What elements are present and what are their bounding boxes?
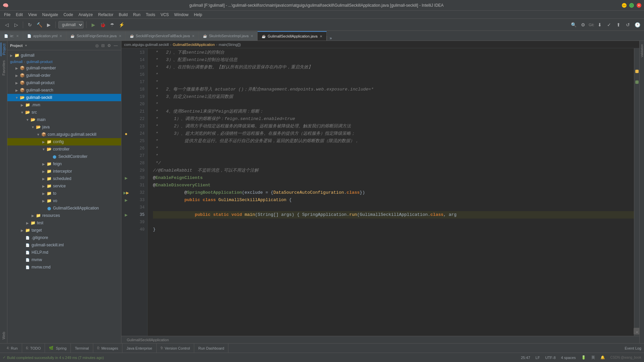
tab-seckill-feign[interactable]: ☕ SeckillFeignService.java ✕: [66, 31, 125, 41]
tree-item-seckill-controller[interactable]: ▶ ⬤ SeckillController: [7, 153, 121, 160]
tab-close-feign-fb[interactable]: ✕: [192, 34, 195, 38]
activity-web[interactable]: Web: [1, 330, 6, 341]
menu-analyze[interactable]: Analyze: [76, 12, 96, 18]
tree-item-main[interactable]: ▼ 📂 main: [7, 116, 121, 123]
git-revert-button[interactable]: ↺: [624, 21, 632, 29]
tree-item-iml[interactable]: ▶ 📄 gulimall-seckill.iml: [7, 241, 121, 249]
coverage-button[interactable]: ☂: [108, 21, 116, 29]
margin-mark-1[interactable]: [635, 70, 639, 73]
search-everywhere-button[interactable]: 🔍: [570, 21, 578, 29]
tab-overflow-button[interactable]: »: [327, 36, 335, 41]
tab-ie[interactable]: 📄 ie: ✕: [0, 31, 23, 41]
tab-close-app[interactable]: ✕: [320, 35, 322, 38]
tree-item-vo[interactable]: ▶ 📁 vo: [7, 197, 121, 204]
tree-item-seckill[interactable]: ▼ 📂 gulimall-seckill: [7, 94, 121, 101]
bottom-tab-run-dashboard[interactable]: Run Dashboard: [194, 344, 228, 353]
indent-settings[interactable]: 4 spaces: [561, 356, 576, 360]
menu-run[interactable]: Run: [130, 12, 143, 18]
bc-product[interactable]: gulimall-product: [26, 60, 53, 64]
tree-item-search[interactable]: ▶ 📦 gulimall-search: [7, 86, 121, 94]
git-commit-button[interactable]: ✓: [605, 21, 613, 29]
scroll-to-bottom-button[interactable]: ⌄: [634, 328, 640, 335]
tree-item-config[interactable]: ▶ 📁 config: [7, 138, 121, 145]
debug-button[interactable]: 🐞: [99, 21, 107, 29]
tree-item-gulimall-root[interactable]: ▶ 📁 gulimall: [7, 52, 121, 59]
code-area[interactable]: * 2）、下载sentinel的控制台 * 3）、配置sentinel控制台地址…: [148, 48, 634, 336]
tree-item-target[interactable]: ▶ 📁 target: [7, 227, 121, 234]
tree-item-feign[interactable]: ▶ 📁 feign: [7, 160, 121, 168]
sidebar-collapse-button[interactable]: ⊟: [101, 43, 105, 49]
tree-item-order[interactable]: ▶ 📦 gulimall-order: [7, 72, 121, 79]
tree-item-member[interactable]: ▶ 📦 gulimall-member: [7, 64, 121, 72]
tree-item-to[interactable]: ▶ 📁 to: [7, 190, 121, 197]
tree-item-resources[interactable]: ▶ 📁 resources: [7, 212, 121, 219]
tree-item-controller[interactable]: ▼ 📂 controller: [7, 145, 121, 153]
sidebar-hide-button[interactable]: —: [113, 43, 118, 49]
tree-item-service[interactable]: ▶ 📁 service: [7, 182, 121, 190]
menu-build[interactable]: Build: [116, 12, 130, 18]
bottom-tab-version-control[interactable]: 9: Version Control: [157, 344, 195, 353]
menu-file[interactable]: File: [1, 12, 13, 18]
cursor-position[interactable]: 25:47: [521, 356, 530, 360]
build-button[interactable]: 🔨: [35, 21, 43, 29]
tree-item-src[interactable]: ▼ 📂 src: [7, 109, 121, 116]
minimize-button[interactable]: —: [622, 3, 627, 8]
line-separator[interactable]: LF: [536, 356, 540, 360]
lang-toggle[interactable]: 英: [591, 355, 595, 360]
tree-item-product[interactable]: ▶ 📦 gulimall-product: [7, 79, 121, 86]
profile-button[interactable]: ⚡: [117, 21, 125, 29]
run-config-button[interactable]: ▶: [45, 21, 53, 29]
menu-tools[interactable]: Tools: [143, 12, 158, 18]
tree-item-test[interactable]: ▶ 📁 test: [7, 219, 121, 227]
margin-mark-2[interactable]: [635, 80, 639, 84]
tab-close-ie[interactable]: ✕: [16, 34, 19, 38]
close-button[interactable]: ✕: [637, 3, 641, 8]
encoding[interactable]: UTF-8: [545, 356, 555, 360]
sidebar-settings-button[interactable]: ⚙: [107, 43, 112, 49]
tab-gulimall-seckill-app[interactable]: ☕ GulimallSeckillApplication.java ✕: [258, 31, 327, 41]
bc-main-method[interactable]: main(String[]): [219, 43, 241, 47]
activity-favorites[interactable]: Favorites: [1, 59, 6, 77]
tree-item-scheduled[interactable]: ▶ 📁 scheduled: [7, 175, 121, 182]
tab-sku-info[interactable]: ☕ SkuInfoServiceImpl.java ✕: [199, 31, 258, 41]
menu-navigate[interactable]: Navigate: [40, 12, 61, 18]
notification-icon[interactable]: 🔔: [600, 355, 605, 360]
tree-item-app-class[interactable]: ▶ ⬤ GulimallSeckillApplication: [7, 204, 121, 212]
bc-gulimall[interactable]: gulimall: [10, 60, 22, 64]
forward-button[interactable]: ▷: [12, 21, 20, 29]
tree-item-interceptor[interactable]: ▶ 📁 interceptor: [7, 168, 121, 175]
bottom-tab-spring[interactable]: 🌿 Spring: [45, 344, 71, 353]
bc-app-class[interactable]: GulimallSeckillApplication: [173, 43, 215, 47]
git-update-button[interactable]: ⬇: [596, 21, 604, 29]
tree-item-mvnw[interactable]: ▶ 📄 mvnw: [7, 256, 121, 263]
git-history-button[interactable]: 🕐: [633, 21, 641, 29]
tab-application-yml[interactable]: 📄 application.yml ✕: [23, 31, 67, 41]
activity-project[interactable]: Project: [1, 42, 7, 56]
bottom-tab-terminal[interactable]: Terminal: [71, 344, 93, 353]
sidebar-locate-button[interactable]: ◎: [95, 43, 99, 49]
git-push-button[interactable]: ⬆: [614, 21, 623, 29]
menu-vcs[interactable]: VCS: [158, 12, 172, 18]
sync-button[interactable]: ↻: [26, 21, 34, 29]
tree-item-gitignore[interactable]: ▶ 📄 .gitignore: [7, 234, 121, 241]
bottom-tab-todo[interactable]: 6: TODO: [22, 344, 45, 353]
tree-item-help[interactable]: ▶ 📄 HELP.md: [7, 249, 121, 256]
tab-seckill-feign-fallback[interactable]: ☕ SeckillFeignServiceFallBack.java ✕: [126, 31, 199, 41]
menu-help[interactable]: Help: [191, 12, 205, 18]
tree-item-package[interactable]: ▼ 📦 com.atguigu.gulimall.seckill: [7, 131, 121, 138]
menu-edit[interactable]: Edit: [13, 12, 25, 18]
settings-button[interactable]: ⚙: [579, 21, 587, 29]
back-button[interactable]: ◁: [3, 21, 11, 29]
menu-refactor[interactable]: Refactor: [96, 12, 116, 18]
event-log-button[interactable]: Event Log: [625, 346, 641, 350]
maximize-button[interactable]: □: [629, 3, 634, 8]
bottom-tab-run[interactable]: 4: Run: [3, 344, 22, 353]
tree-item-mvn[interactable]: ▶ 📁 .mvn: [7, 101, 121, 109]
bottom-tab-java-enterprise[interactable]: Java Enterprise: [122, 344, 156, 353]
tab-close-sku[interactable]: ✕: [251, 34, 253, 38]
bottom-tab-messages[interactable]: 0: Messages: [93, 344, 122, 353]
tree-item-mvnw-cmd[interactable]: ▶ 📄 mvnw.cmd: [7, 263, 121, 271]
menu-view[interactable]: View: [25, 12, 40, 18]
project-selector[interactable]: gulimall: [58, 21, 84, 28]
tree-item-java[interactable]: ▼ 📂 java: [7, 123, 121, 131]
